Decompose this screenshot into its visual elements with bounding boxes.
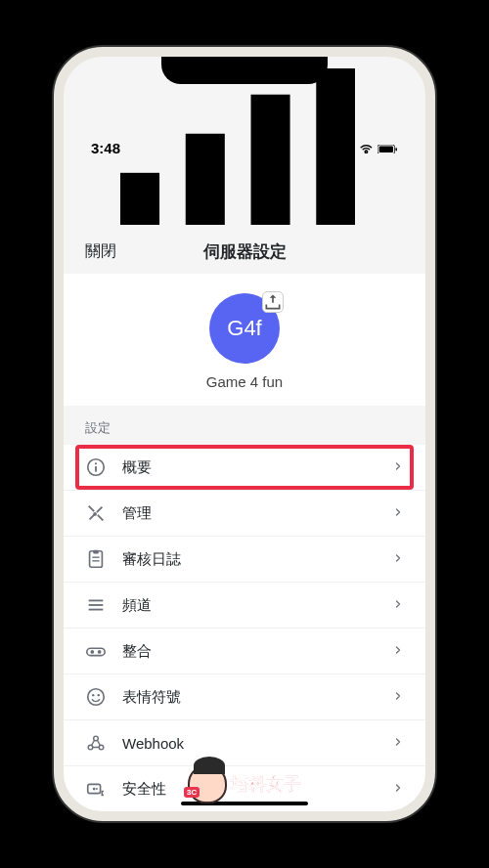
svg-point-21 <box>88 689 105 706</box>
wifi-icon <box>360 140 373 156</box>
watermark-text: 塔科女子 <box>231 772 301 796</box>
chevron-right-icon <box>392 597 404 613</box>
settings-item-info[interactable]: 概要 <box>64 445 425 491</box>
svg-point-10 <box>93 512 97 516</box>
section-header: 社群 <box>64 812 425 821</box>
chevron-right-icon <box>392 643 404 659</box>
close-button[interactable]: 關閉 <box>85 241 116 262</box>
emoji-icon <box>85 686 107 708</box>
info-icon <box>85 456 107 478</box>
svg-rect-6 <box>396 148 398 151</box>
chevron-right-icon <box>392 459 404 475</box>
svg-rect-3 <box>316 68 355 225</box>
settings-item-label: 概要 <box>122 458 377 477</box>
server-info: G4f Game 4 fun <box>64 274 425 406</box>
svg-point-24 <box>94 736 99 741</box>
settings-item-emoji[interactable]: 表情符號 <box>64 674 425 720</box>
moderation-icon <box>85 502 107 524</box>
settings-item-label: Webhook <box>122 735 377 752</box>
svg-rect-2 <box>251 95 290 226</box>
settings-item-label: 管理 <box>122 504 377 523</box>
settings-list: 概要管理審核日誌頻道整合表情符號Webhook安全性 <box>64 445 425 812</box>
audit-log-icon <box>85 548 107 570</box>
channels-icon <box>85 594 107 616</box>
svg-rect-5 <box>379 146 393 152</box>
svg-point-22 <box>92 694 94 696</box>
integrations-icon <box>85 640 107 662</box>
header: 關閉 伺服器設定 <box>64 234 425 274</box>
security-icon <box>85 778 107 800</box>
settings-item-moderation[interactable]: 管理 <box>64 491 425 537</box>
webhook-icon <box>85 732 107 754</box>
svg-point-20 <box>98 650 102 654</box>
page-title: 伺服器設定 <box>203 240 287 263</box>
svg-point-28 <box>93 788 96 791</box>
server-avatar-wrap[interactable]: G4f <box>209 293 280 364</box>
watermark-avatar: 3C <box>188 764 227 803</box>
status-icons <box>120 68 398 228</box>
svg-point-8 <box>95 462 97 464</box>
svg-rect-9 <box>95 466 97 472</box>
svg-point-19 <box>91 650 95 654</box>
notch <box>161 57 328 84</box>
status-time: 3:48 <box>91 140 120 156</box>
svg-rect-0 <box>120 173 159 225</box>
settings-item-channels[interactable]: 頻道 <box>64 583 425 629</box>
chevron-right-icon <box>392 689 404 705</box>
chevron-right-icon <box>392 551 404 567</box>
settings-item-label: 整合 <box>122 642 377 661</box>
svg-rect-1 <box>186 134 225 225</box>
settings-item-audit-log[interactable]: 審核日誌 <box>64 537 425 583</box>
svg-point-23 <box>98 694 100 696</box>
svg-rect-18 <box>87 648 105 655</box>
watermark: 3C 塔科女子 <box>188 764 301 803</box>
settings-item-label: 審核日誌 <box>122 550 377 569</box>
chevron-right-icon <box>392 735 404 751</box>
svg-rect-12 <box>93 550 99 554</box>
settings-item-webhook[interactable]: Webhook <box>64 720 425 766</box>
server-name: Game 4 fun <box>206 373 283 390</box>
battery-icon <box>378 140 398 156</box>
settings-item-label: 頻道 <box>122 596 377 615</box>
upload-icon[interactable] <box>262 291 284 313</box>
phone-frame: 3:48 關閉 伺服器設定 G4f Game 4 fun 設定概要管理審核日誌頻… <box>54 47 435 821</box>
watermark-badge: 3C <box>184 787 200 798</box>
chevron-right-icon <box>392 781 404 797</box>
section-header: 設定 <box>64 406 425 445</box>
signal-icon <box>120 68 355 228</box>
settings-item-label: 表情符號 <box>122 688 377 707</box>
chevron-right-icon <box>392 505 404 521</box>
settings-item-integrations[interactable]: 整合 <box>64 629 425 674</box>
